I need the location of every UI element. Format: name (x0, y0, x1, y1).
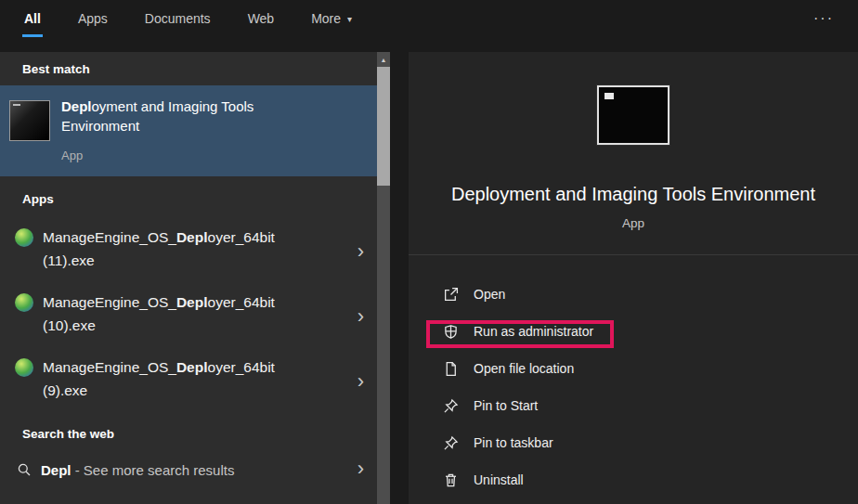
trash-icon (442, 472, 459, 488)
admin-shield-icon (442, 324, 459, 340)
tab-web[interactable]: Web (246, 0, 277, 37)
action-run-as-administrator[interactable]: Run as administrator (409, 313, 858, 350)
scroll-up-button[interactable]: ▲ (377, 52, 390, 67)
manageengine-app-icon (15, 358, 33, 377)
manageengine-app-icon (15, 293, 33, 312)
app-result-item[interactable]: ManageEngine_OS_Deployer_64bit (9).exe › (0, 345, 377, 410)
tab-all[interactable]: All (22, 0, 43, 37)
app-result-name: ManageEngine_OS_Deployer_64bit (9).exe (43, 355, 275, 410)
file-location-icon (442, 361, 459, 377)
best-match-title: Deployment and Imaging Tools Environment (61, 97, 321, 136)
scroll-thumb[interactable] (377, 67, 390, 186)
best-match-subtitle: App (61, 149, 321, 162)
action-uninstall[interactable]: Uninstall (409, 461, 858, 498)
action-label: Pin to taskbar (474, 435, 553, 450)
cmd-window-icon (9, 100, 50, 141)
action-open-file-location[interactable]: Open file location (409, 350, 858, 387)
tab-documents[interactable]: Documents (143, 0, 213, 37)
action-pin-to-start[interactable]: Pin to Start (409, 387, 858, 424)
preview-subtitle: App (622, 216, 644, 230)
divider (409, 254, 858, 255)
chevron-right-icon[interactable]: › (358, 459, 364, 482)
tab-more[interactable]: More ▾ (309, 0, 354, 37)
results-panel: Best match Deployment and Imaging Tools … (0, 52, 377, 504)
app-result-item[interactable]: ManageEngine_OS_Deployer_64bit (11).exe … (0, 215, 377, 280)
tab-apps[interactable]: Apps (76, 0, 110, 37)
ellipsis-menu-button[interactable]: ··· (813, 10, 834, 27)
action-list: Open Run as administrator Open file loca… (409, 276, 858, 498)
action-label: Run as administrator (474, 324, 593, 339)
pin-icon (442, 398, 459, 414)
cmd-window-icon-large (597, 85, 670, 145)
search-web-item[interactable]: Depl - See more search results › (0, 449, 377, 490)
best-match-item[interactable]: Deployment and Imaging Tools Environment… (0, 85, 377, 176)
chevron-down-icon: ▾ (347, 14, 352, 24)
action-pin-to-taskbar[interactable]: Pin to taskbar (409, 424, 858, 461)
preview-panel: Deployment and Imaging Tools Environment… (409, 52, 858, 504)
pin-icon (442, 435, 459, 451)
action-open[interactable]: Open (409, 276, 858, 313)
action-label: Uninstall (474, 472, 524, 487)
section-header-search-web: Search the web (0, 418, 377, 449)
action-label: Open (474, 287, 505, 302)
app-result-name: ManageEngine_OS_Deployer_64bit (10).exe (43, 291, 275, 345)
scrollbar-track[interactable]: ▲ (377, 52, 390, 504)
action-label: Pin to Start (474, 398, 538, 413)
section-header-best-match: Best match (0, 52, 377, 85)
chevron-right-icon[interactable]: › (358, 306, 364, 330)
search-web-text: Depl - See more search results (41, 462, 234, 478)
match-highlight: Depl (61, 98, 92, 114)
action-label: Open file location (474, 361, 574, 376)
open-icon (442, 287, 459, 303)
search-results-area: Best match Deployment and Imaging Tools … (0, 37, 858, 504)
panel-gap (390, 37, 409, 504)
windows-search-flyout: All Apps Documents Web More ▾ ··· Best m… (0, 0, 858, 504)
search-tabs-bar: All Apps Documents Web More ▾ ··· (0, 0, 858, 37)
app-result-item[interactable]: ManageEngine_OS_Deployer_64bit (10).exe … (0, 280, 377, 345)
section-header-apps: Apps (0, 182, 377, 215)
best-match-text: Deployment and Imaging Tools Environment… (61, 97, 321, 176)
chevron-right-icon[interactable]: › (358, 241, 364, 265)
preview-title: Deployment and Imaging Tools Environment (451, 184, 815, 205)
manageengine-app-icon (15, 228, 33, 247)
search-icon (17, 462, 32, 477)
tab-more-label: More (311, 11, 341, 26)
chevron-right-icon[interactable]: › (358, 371, 364, 394)
app-result-name: ManageEngine_OS_Deployer_64bit (11).exe (43, 226, 275, 280)
